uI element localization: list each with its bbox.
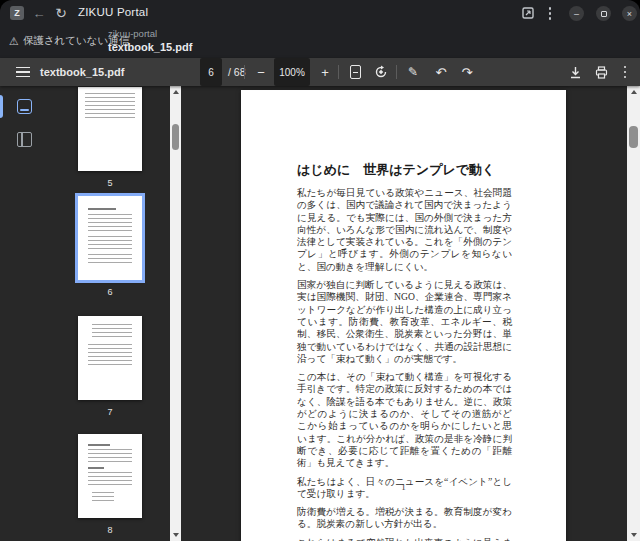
- toolbar-divider: [338, 65, 339, 79]
- annotate-icon[interactable]: ✎: [404, 58, 422, 86]
- back-icon[interactable]: ←: [30, 4, 48, 22]
- paragraph: この本は、その「束ねて動く構造」を可視化する手引きです。特定の政策に反対するため…: [297, 371, 512, 469]
- undo-icon[interactable]: ↶: [432, 58, 450, 86]
- maximize-button[interactable]: [596, 6, 611, 21]
- main-scrollbar[interactable]: [627, 86, 640, 541]
- toolbar-divider: [396, 65, 397, 79]
- thumbnail-page-8[interactable]: 8: [64, 434, 156, 535]
- paragraph: 私たちが毎日見ている政策やニュース、社会問題の多くは、国内で議論されて国内で決ま…: [297, 187, 512, 273]
- thumbnails-tab-icon[interactable]: [17, 99, 32, 114]
- rotate-icon: [374, 65, 388, 79]
- thumbnail-label: 6: [64, 287, 156, 297]
- pdf-toolbar: textbook_15.pdf 6 / 68 − 100% + ✎ ↶ ↷: [0, 58, 640, 86]
- scroll-down-icon[interactable]: [627, 529, 640, 541]
- toolbar-divider: [244, 65, 245, 79]
- thumbnail-preview: [78, 87, 142, 171]
- open-in-browser-icon[interactable]: [521, 6, 535, 20]
- document-name: textbook_15.pdf: [108, 40, 192, 54]
- site-name: zikuu-portal: [108, 27, 192, 40]
- thumbnail-page-5[interactable]: 5: [64, 87, 156, 188]
- outline-tab-icon[interactable]: [17, 132, 32, 147]
- sidebar-rail: [0, 86, 50, 541]
- pdf-filename: textbook_15.pdf: [40, 58, 124, 86]
- app-icon: Z: [10, 6, 24, 20]
- thumbnail-preview: [78, 196, 142, 280]
- redo-icon[interactable]: ↷: [458, 58, 476, 86]
- page-number-input[interactable]: 6: [200, 58, 222, 86]
- pdf-more-menu-icon[interactable]: [618, 58, 632, 86]
- thumbnail-label: 8: [64, 525, 156, 535]
- minimize-button[interactable]: –: [569, 6, 584, 21]
- zoom-in-button[interactable]: +: [316, 58, 334, 86]
- download-button[interactable]: [566, 58, 584, 86]
- paragraph: 防衛費が増える。増税が決まる。教育制度が変わる。脱炭素の新しい方針が出る。: [297, 506, 512, 531]
- fit-page-button[interactable]: [346, 58, 364, 86]
- thumbnail-panel: 5 6 7: [50, 86, 170, 541]
- thumbnail-preview: [78, 434, 142, 518]
- title-bar: Z ← ↻ ZIKUU Portal – ×: [0, 0, 640, 26]
- scrollbar-thumb[interactable]: [629, 126, 638, 148]
- print-button[interactable]: [592, 58, 610, 86]
- address-info-bar: ⚠ 保護されていない通信 zikuu-portal textbook_15.pd…: [0, 26, 640, 58]
- pdf-page: はじめに 世界はテンプレで動く 私たちが毎日見ている政策やニュース、社会問題の多…: [241, 90, 566, 541]
- window-title: ZIKUU Portal: [78, 6, 148, 18]
- rotate-button[interactable]: [372, 58, 390, 86]
- thumbnail-page-7[interactable]: 7: [64, 316, 156, 417]
- browser-menu-icon[interactable]: [548, 7, 552, 20]
- warning-icon: ⚠: [9, 35, 19, 48]
- fit-page-icon: [350, 65, 361, 79]
- page-count-label: / 68: [228, 58, 246, 86]
- pdf-content-area: 5 6 7: [0, 86, 640, 541]
- reload-icon[interactable]: ↻: [52, 4, 70, 22]
- thumbnail-label: 7: [64, 407, 156, 417]
- thumbnail-page-6[interactable]: 6: [64, 196, 156, 297]
- browser-window: Z ← ↻ ZIKUU Portal – × ⚠ 保護されていない通信 ziku…: [0, 0, 640, 541]
- page-footer-number: 1: [241, 482, 566, 492]
- download-icon: [569, 66, 582, 79]
- paragraph: 国家が独自に判断しているように見える政策は、実は国際機関、財団、NGO、企業連合…: [297, 279, 512, 365]
- pdf-menu-icon[interactable]: [14, 58, 32, 86]
- zoom-out-button[interactable]: −: [252, 58, 270, 86]
- thumbnail-preview: [78, 316, 142, 400]
- zoom-level-input[interactable]: 100%: [274, 58, 310, 86]
- origin-info: zikuu-portal textbook_15.pdf: [108, 27, 192, 54]
- close-button[interactable]: ×: [622, 6, 637, 21]
- active-tab-indicator: [0, 95, 3, 118]
- scroll-up-icon[interactable]: [627, 86, 640, 98]
- thumbnail-label: 5: [64, 178, 156, 188]
- paragraph: これらはまるで突然現れた出来事のように見えます。でも実際には、長く続くテンプレの…: [297, 537, 512, 541]
- document-heading: はじめに 世界はテンプレで動く: [297, 161, 527, 179]
- print-icon: [595, 66, 608, 79]
- document-viewport[interactable]: はじめに 世界はテンプレで動く 私たちが毎日見ている政策やニュース、社会問題の多…: [170, 86, 627, 541]
